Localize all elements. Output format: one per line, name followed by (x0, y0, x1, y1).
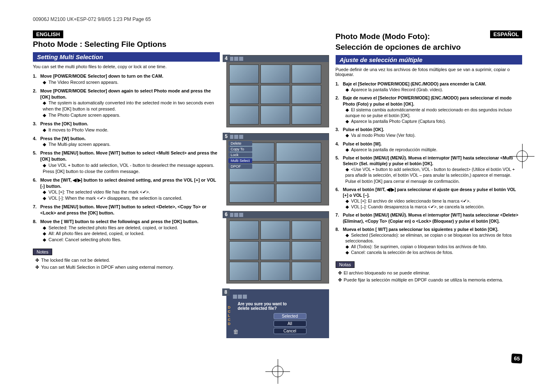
notes-label-right: Notas (336, 261, 355, 268)
step-num: 8. (336, 226, 343, 232)
thumbnail (292, 241, 321, 260)
bullet-text: Cancel: cancela la selección de los arch… (351, 250, 454, 255)
section-title-left: Photo Mode : Selecting File Options (33, 40, 220, 49)
left-column: ENGLISH Photo Mode : Selecting File Opti… (33, 30, 222, 338)
bullet-text: All: All photo files are deleted, copied… (48, 231, 145, 236)
bullet-text: <Use VOL + button to add selection, VOL … (345, 167, 515, 183)
thumbnail (260, 262, 290, 281)
bullet-text: It moves to Photo View mode. (48, 127, 108, 132)
lang-tag-spanish: ESPAÑOL (490, 30, 522, 38)
bullet-text: VOL [-]: When the mark <✔> disappears, t… (48, 196, 182, 201)
screen-number: 4 (223, 55, 230, 62)
diamond-icon: ◆ (345, 204, 351, 210)
thumbnail (260, 221, 290, 240)
diamond-icon: ◆ (43, 231, 48, 237)
thumbnail (229, 221, 259, 240)
page-number: 65 (511, 353, 523, 363)
step-num: 6. (336, 187, 343, 192)
steps-left: 1.Move [POWER/MODE Selector] down to tur… (33, 73, 220, 243)
diamond-icon: ◆ (345, 87, 351, 92)
step-text: Press the [MENU] button. Move [W/T] butt… (40, 150, 217, 161)
menu-item-copy-to[interactable]: Copy To (228, 147, 253, 152)
note-text: You can set Multi Selection in DPOF when… (41, 265, 174, 270)
thumbnail (229, 65, 259, 83)
diamond-icon: ◆ (345, 132, 351, 138)
screenshot-column: 4 5 Delete Copy To (226, 55, 329, 338)
diamond-icon: ◆ (43, 127, 48, 133)
intro-left: You can set the multi photo files to del… (33, 64, 220, 69)
step-text: Baje de nuevo el [Selector POWER/MODE] (… (343, 95, 512, 106)
diamond-icon: ◆ (43, 195, 48, 201)
registration-mark-bottom (265, 359, 290, 384)
diamond-icon: ◆ (345, 244, 351, 249)
thumbnail (229, 106, 259, 125)
dialog-btn-cancel[interactable]: Cancel (274, 328, 306, 334)
bullet-text: El sistema cambia automáticamente al mod… (345, 107, 512, 118)
step-text: Baje el [Selector POWER/MODE] (ENC./MODO… (343, 81, 486, 86)
thumbnail (292, 106, 321, 125)
step-text: Move [POWER/MODE Selector] down to turn … (40, 74, 163, 78)
thumbnail (276, 143, 321, 161)
dialog-btn-selected[interactable]: Selected (274, 313, 306, 319)
step-num: 2. (336, 95, 343, 101)
dialog-btn-all[interactable]: All (274, 321, 306, 327)
diamond-icon: ◆ (345, 198, 351, 204)
dialog-question-line-2: delete selected file? (238, 306, 277, 311)
diamond-icon: ◆ (43, 225, 48, 231)
section-title-right-2: Selección de opciones de archivo (336, 43, 523, 52)
thumbnail (260, 65, 290, 83)
note-text: El archivo bloqueado no se puede elimina… (344, 270, 430, 275)
bullet-text: The system is automatically converted in… (43, 100, 214, 111)
thumbnail (292, 262, 321, 281)
thumbnail (276, 163, 321, 182)
plus-icon: ✤ (35, 265, 41, 270)
menu-item-delete[interactable]: Delete (228, 141, 253, 146)
right-column: Photo Mode (Modo Foto): ESPAÑOL Selecció… (333, 30, 523, 338)
step-num: 1. (33, 73, 40, 79)
step-num: 4. (336, 141, 343, 147)
step-text: Pulse el botón [OK]. (343, 127, 384, 132)
menu-item-dpof[interactable]: DPOF (228, 164, 253, 169)
step-text: Pulse el botón [MENU] (MENÚ). Mueva el i… (343, 212, 518, 223)
steps-right: 1.Baje el [Selector POWER/MODE] (ENC./MO… (336, 81, 523, 256)
bullet-text: Aparece la pantalla de reproducción múlt… (351, 147, 438, 152)
step-num: 4. (33, 136, 40, 142)
diamond-icon: ◆ (345, 249, 351, 255)
step-num: 2. (33, 88, 40, 94)
screen-number: 5 (223, 133, 230, 140)
plus-icon: ✤ (338, 277, 344, 283)
thumbnail (229, 184, 274, 203)
screenshot-6: 6 (226, 211, 329, 284)
print-header: 00906J M2100 UK+ESP-072 9/8/05 1:23 PM P… (33, 16, 522, 22)
step-text: Mueva el botón [W/T, ◀/▶] para seleccion… (343, 187, 516, 198)
diamond-icon: ◆ (345, 107, 351, 113)
intro-right: Puede definir de una vez los archivos de… (336, 67, 523, 77)
step-text: Move the [W/T, ◀/▶] button to select des… (40, 178, 216, 189)
step-text: Move the [ W/T] button to select the fol… (40, 219, 198, 224)
registration-mark-right (510, 144, 534, 168)
diamond-icon: ◆ (345, 118, 351, 124)
subtitle-right: Ajuste de selección múltiple (336, 55, 523, 65)
screen-number: 8 (222, 288, 230, 296)
dialog-question-line-1: Are you sure you want to (238, 302, 287, 306)
step-text: Press the [OK] button. (40, 121, 88, 126)
menu-item-lock[interactable]: Lock (228, 152, 253, 157)
step-text: Pulse el botón [MENU] (MENÚ). Mueva el i… (343, 155, 513, 166)
bullet-text: Selected: The selected photo files are d… (48, 225, 178, 230)
bullet-text: Use VOL + button to add selection, VOL -… (43, 163, 214, 174)
side-letters: D C L C D (228, 306, 231, 326)
diamond-icon: ◆ (43, 237, 48, 243)
step-num: 1. (336, 81, 343, 87)
bullet-text: Selected (Seleccionado): se eliminan, se… (345, 233, 512, 243)
bullet-text: VOL [+]: El archivo de vídeo seleccionad… (351, 198, 471, 203)
bullet-text: The Multi-play screen appears. (48, 142, 111, 147)
screen-number: 6 (223, 211, 230, 218)
trash-icon: 🗑 (233, 328, 239, 335)
step-num: 8. (33, 219, 40, 225)
menu-item-multi-select[interactable]: Multi Select (228, 158, 253, 163)
lang-tag-english: ENGLISH (33, 30, 63, 38)
bullet-text: Va al modo Photo View (Ver foto). (351, 133, 416, 138)
screenshot-8: 8 D C L C D Are you sure you want to del… (226, 289, 329, 338)
note-text: The locked file can not be deleted. (41, 258, 110, 263)
bullet-text: The Video Record screen appears. (48, 80, 118, 85)
